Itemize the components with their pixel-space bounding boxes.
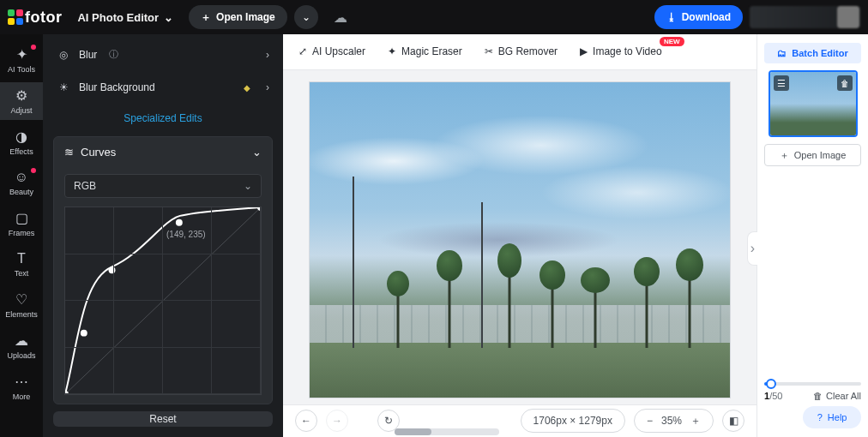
curve-point-coord: (149, 235) xyxy=(166,230,206,239)
compare-button[interactable]: ◧ xyxy=(722,410,744,432)
rail-label: More xyxy=(13,392,31,401)
frames-icon: ▢ xyxy=(15,210,28,226)
download-button[interactable]: ⭳ Download xyxy=(654,5,743,29)
tab-label: BG Remover xyxy=(498,45,558,57)
help-button[interactable]: ?Help xyxy=(803,406,861,428)
clear-all-button[interactable]: 🗑Clear All xyxy=(813,391,861,401)
elements-icon: ♡ xyxy=(15,291,27,308)
effects-icon: ◑ xyxy=(15,129,27,145)
rail-item-elements[interactable]: ♡Elements xyxy=(0,286,43,324)
chevron-down-icon: ⌄ xyxy=(252,146,262,159)
channel-dropdown[interactable]: RGB ⌄ xyxy=(64,174,262,198)
canvas-image[interactable] xyxy=(310,82,730,398)
mode-label: AI Photo Editor xyxy=(77,11,159,24)
svg-point-8 xyxy=(176,219,183,226)
rail-item-ai-tools[interactable]: ✦AI Tools xyxy=(0,41,43,79)
curves-editor[interactable]: (149, 235) xyxy=(64,207,262,395)
zoom-out-button[interactable]: − xyxy=(647,415,653,427)
rail-item-frames[interactable]: ▢Frames xyxy=(0,205,43,242)
rail-item-adjust[interactable]: ⚙Adjust xyxy=(0,82,43,120)
open-image-sidebar-label: Open Image xyxy=(794,150,847,160)
rail-item-uploads[interactable]: ☁Uploads xyxy=(0,327,43,365)
blur-background-row[interactable]: ☀ Blur Background ◆ › xyxy=(53,75,273,100)
scrollbar-thumb[interactable] xyxy=(395,428,431,435)
info-icon: ⓘ xyxy=(109,48,118,61)
tab-magic-eraser[interactable]: ✦Magic Eraser xyxy=(388,45,462,57)
target-icon: ◎ xyxy=(57,49,70,61)
tab-ai-upscaler[interactable]: ⤢AI Upscaler xyxy=(298,45,365,57)
history-icon: ↻ xyxy=(384,415,393,427)
ai-tools-icon: ✦ xyxy=(16,46,27,63)
rail-label: Adjust xyxy=(10,106,32,115)
dimensions-pill: 1706px × 1279px xyxy=(521,409,625,433)
thumbnail-size-slider[interactable] xyxy=(764,382,861,386)
rail-label: Text xyxy=(15,269,29,278)
batch-editor-button[interactable]: 🗂 Batch Editor xyxy=(764,43,861,63)
beauty-icon: ☺ xyxy=(15,170,28,185)
delete-thumbnail-button[interactable]: 🗑 xyxy=(837,75,853,91)
zoom-in-button[interactable]: ＋ xyxy=(690,414,701,428)
zoom-value: 35% xyxy=(661,415,682,427)
curves-header[interactable]: ≋ Curves ⌄ xyxy=(54,137,272,167)
uploads-icon: ☁ xyxy=(15,332,28,349)
reset-label: Reset xyxy=(149,413,176,425)
channel-label: RGB xyxy=(74,180,96,192)
arrow-left-icon: ← xyxy=(301,415,311,427)
sun-icon: ☀ xyxy=(57,81,70,93)
rail-item-effects[interactable]: ◑Effects xyxy=(0,123,43,161)
chevron-down-icon: ⌄ xyxy=(302,11,310,23)
svg-point-9 xyxy=(257,207,261,211)
arrow-right-icon: → xyxy=(332,415,342,427)
rail-label: AI Tools xyxy=(8,65,35,74)
blur-row[interactable]: ◎ Blur ⓘ › xyxy=(53,41,273,68)
chevron-right-icon: › xyxy=(750,241,755,256)
curves-label: Curves xyxy=(81,146,116,159)
chevron-right-icon: › xyxy=(266,49,269,61)
blur-label: Blur xyxy=(79,49,97,61)
rail-item-more[interactable]: ⋯More xyxy=(0,368,43,406)
reset-button[interactable]: Reset xyxy=(53,411,273,427)
batch-label: Batch Editor xyxy=(792,48,847,58)
rail-label: Elements xyxy=(5,310,38,319)
redo-button[interactable]: → xyxy=(326,410,348,432)
tab-label: Magic Eraser xyxy=(401,45,462,57)
svg-line-4 xyxy=(65,207,261,394)
image-thumbnail[interactable]: ☰ 🗑 xyxy=(769,70,858,137)
svg-rect-0 xyxy=(8,9,15,16)
plus-icon: ＋ xyxy=(780,149,789,162)
tab-label: AI Upscaler xyxy=(312,45,365,57)
compare-icon: ◧ xyxy=(729,415,738,427)
cloud-sync-icon[interactable]: ☁ xyxy=(334,9,347,26)
open-image-button[interactable]: ＋ Open Image xyxy=(189,5,287,29)
avatar xyxy=(837,6,859,28)
rail-item-text[interactable]: TText xyxy=(0,246,43,283)
right-panel-handle[interactable]: › xyxy=(747,231,757,266)
chevron-down-icon: ⌄ xyxy=(244,180,252,192)
badge-dot xyxy=(31,168,36,173)
text-icon: T xyxy=(17,251,26,266)
diamond-icon: ◆ xyxy=(244,83,250,93)
adjust-icon: ⚙ xyxy=(15,87,27,104)
new-badge: NEW xyxy=(660,37,684,46)
plus-icon: ＋ xyxy=(201,10,211,25)
rail-item-beauty[interactable]: ☺Beauty xyxy=(0,165,43,201)
tab-icon: ▶ xyxy=(580,45,588,57)
user-account-area[interactable] xyxy=(750,6,861,28)
svg-rect-2 xyxy=(8,18,15,25)
tab-icon: ✂ xyxy=(485,45,493,57)
tab-bg-remover[interactable]: ✂BG Remover xyxy=(485,45,558,57)
rail-label: Uploads xyxy=(7,351,35,360)
open-image-more-button[interactable]: ⌄ xyxy=(294,5,318,29)
zoom-control[interactable]: − 35% ＋ xyxy=(634,409,714,433)
undo-button[interactable]: ← xyxy=(295,410,317,432)
mode-dropdown[interactable]: AI Photo Editor ⌄ xyxy=(69,11,182,24)
open-image-label: Open Image xyxy=(216,11,275,23)
canvas-scrollbar[interactable] xyxy=(395,428,499,435)
svg-point-5 xyxy=(65,391,69,394)
tab-image-to-video[interactable]: ▶Image to VideoNEW xyxy=(580,45,662,57)
open-image-sidebar-button[interactable]: ＋ Open Image xyxy=(764,144,861,166)
rail-label: Effects xyxy=(9,147,33,156)
clear-all-label: Clear All xyxy=(826,391,861,401)
logo[interactable]: fotor xyxy=(7,9,62,27)
chevron-right-icon: › xyxy=(266,81,269,93)
